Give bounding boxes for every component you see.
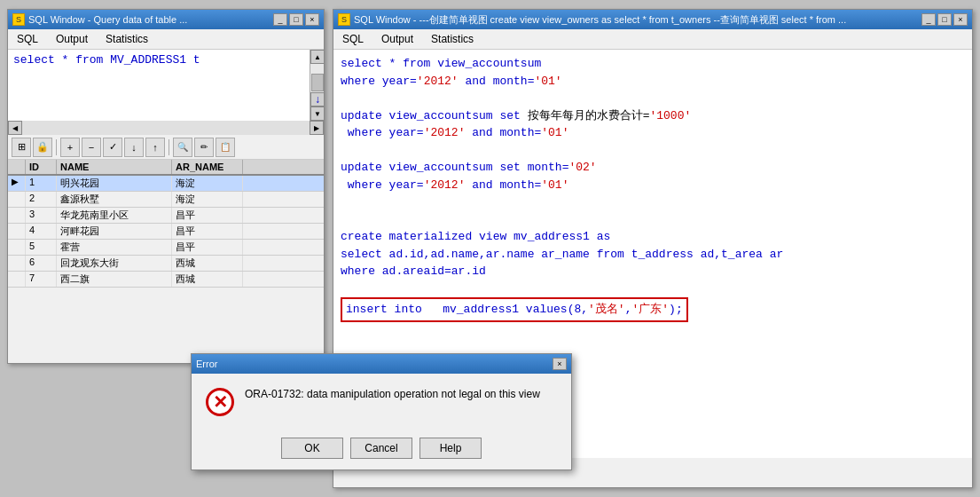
sql-line-3: update view_accountsum set 按每年每月的水费合计='1…	[341, 107, 965, 125]
ok-button[interactable]: OK	[281, 438, 343, 459]
cell-arname: 西城	[172, 272, 243, 287]
row-indicator	[8, 240, 26, 255]
table-row[interactable]: 5 霍营 昌平	[8, 240, 324, 256]
menu-statistics-1[interactable]: Statistics	[100, 31, 153, 47]
row-indicator	[8, 192, 26, 207]
cell-arname: 昌平	[172, 224, 243, 239]
help-button[interactable]: Help	[419, 438, 482, 459]
scroll-down-arrow-1[interactable]: ▼	[310, 106, 324, 121]
grid-col-name[interactable]: NAME	[57, 160, 172, 174]
delete-btn[interactable]: −	[82, 138, 101, 157]
search-btn[interactable]: 🔍	[173, 138, 192, 157]
dialog-close-btn[interactable]: ×	[553, 358, 567, 370]
menu-sql-1[interactable]: SQL	[12, 31, 43, 47]
window-1: S SQL Window - Query data of table ... _…	[7, 9, 325, 364]
table-row[interactable]: 7 西二旗 西城	[8, 272, 324, 288]
row-indicator	[8, 208, 26, 223]
sql-line-6: where year='2012' and month='01'	[341, 177, 965, 194]
cell-arname: 西城	[172, 256, 243, 271]
cell-arname: 海淀	[172, 176, 243, 191]
cell-id: 6	[26, 256, 57, 271]
dialog-message: ORA-01732: data manipulation operation n…	[245, 388, 540, 400]
title-bar-1[interactable]: S SQL Window - Query data of table ... _…	[8, 10, 324, 29]
window-title-1: SQL Window - Query data of table ...	[28, 14, 273, 25]
dialog-overlay: Error × ✕ ORA-01732: data manipulation o…	[191, 353, 572, 470]
cell-name: 霍营	[57, 240, 172, 255]
dialog-buttons: OK Cancel Help	[192, 430, 571, 469]
table-row[interactable]: 6 回龙观东大街 西城	[8, 256, 324, 272]
table-row[interactable]: 3 华龙苑南里小区 昌平	[8, 208, 324, 224]
sql-editor-area-1: select * from MV_ADDRESS1 t ▲ ↓ ▼	[8, 50, 324, 121]
dialog-title-bar[interactable]: Error ×	[192, 354, 571, 374]
error-icon: ✕	[206, 388, 234, 416]
menu-output-1[interactable]: Output	[51, 31, 93, 47]
close-btn-2[interactable]: ×	[953, 13, 968, 26]
toolbar-1: ⊞ 🔒 + − ✓ ↓ ↑ 🔍 ✏ 📋	[8, 135, 324, 160]
window-title-2: SQL Window - ---创建简单视图 create view view_…	[354, 13, 921, 27]
maximize-btn-1[interactable]: □	[289, 13, 303, 26]
cell-arname: 昌平	[172, 240, 243, 255]
grid-col-id[interactable]: ID	[26, 160, 57, 174]
minimize-btn-2[interactable]: _	[921, 13, 936, 26]
sql-line-8: select ad.id,ad.name,ar.name ar_name fro…	[341, 246, 965, 264]
row-indicator	[8, 272, 26, 287]
window-controls-1[interactable]: _ □ ×	[273, 13, 319, 26]
sql-line-10: insert into mv_address1 values(8,'茂名','广…	[341, 297, 965, 322]
maximize-btn-2[interactable]: □	[937, 13, 952, 26]
error-symbol: ✕	[213, 391, 228, 413]
window-controls-2[interactable]: _ □ ×	[921, 13, 968, 26]
grid-btn[interactable]: ⊞	[12, 138, 31, 157]
cell-id: 5	[26, 240, 57, 255]
copy-btn[interactable]: 📋	[216, 138, 235, 157]
error-dialog: Error × ✕ ORA-01732: data manipulation o…	[191, 353, 572, 470]
menu-sql-2[interactable]: SQL	[337, 31, 369, 47]
up-btn[interactable]: ↑	[145, 138, 165, 157]
close-btn-1[interactable]: ×	[305, 13, 319, 26]
scrollbar-v-1[interactable]: ▲ ↓ ▼	[310, 50, 324, 121]
row-indicator: ▶	[8, 176, 26, 191]
cell-name: 华龙苑南里小区	[57, 208, 172, 223]
sep-2	[169, 139, 169, 155]
sql-line-7: create materialized view mv_address1 as	[341, 228, 965, 246]
cell-id: 1	[26, 176, 57, 191]
menu-statistics-2[interactable]: Statistics	[426, 31, 479, 47]
cancel-button[interactable]: Cancel	[350, 438, 412, 459]
sql-line-9: where ad.areaid=ar.id	[341, 263, 965, 280]
data-grid-1: ID NAME AR_NAME ▶ 1 明兴花园 海淀 2 鑫源秋墅 海淀 3	[8, 160, 324, 288]
confirm-btn[interactable]: ✓	[103, 138, 122, 157]
scroll-up-1[interactable]: ▲	[310, 50, 324, 64]
sql-line-1: select * from view_accountsum	[341, 55, 965, 73]
sql-editor-1[interactable]: select * from MV_ADDRESS1 t	[8, 50, 310, 121]
scrollbar-h-1[interactable]: ◀ ▶	[8, 121, 324, 135]
minimize-btn-1[interactable]: _	[273, 13, 287, 26]
grid-col-arname[interactable]: AR_NAME	[172, 160, 243, 174]
menu-bar-2: SQL Output Statistics	[333, 29, 972, 50]
table-row[interactable]: 2 鑫源秋墅 海淀	[8, 192, 324, 208]
sql-line-4: where year='2012' and month='01'	[341, 124, 965, 142]
sql-line-5: update view_accountsum set month='02'	[341, 159, 965, 177]
cell-id: 4	[26, 224, 57, 239]
table-row[interactable]: ▶ 1 明兴花园 海淀	[8, 176, 324, 192]
cell-arname: 海淀	[172, 192, 243, 207]
cell-name: 鑫源秋墅	[57, 192, 172, 207]
cell-id: 2	[26, 192, 57, 207]
scroll-down-1[interactable]: ↓	[310, 92, 324, 106]
menu-output-2[interactable]: Output	[376, 31, 419, 47]
scroll-right-1[interactable]: ▶	[310, 121, 324, 135]
title-bar-2[interactable]: S SQL Window - ---创建简单视图 create view vie…	[333, 10, 972, 29]
desktop: S SQL Window - Query data of table ... _…	[0, 0, 980, 497]
menu-bar-1: SQL Output Statistics	[8, 29, 324, 50]
row-indicator	[8, 256, 26, 271]
window-icon-2: S	[338, 13, 350, 26]
add-btn[interactable]: +	[60, 138, 80, 157]
dialog-title-text: Error	[196, 359, 217, 369]
table-row[interactable]: 4 河畔花园 昌平	[8, 224, 324, 240]
cell-name: 西二旗	[57, 272, 172, 287]
grid-header-1: ID NAME AR_NAME	[8, 160, 324, 176]
row-indicator	[8, 224, 26, 239]
sql-line-2: where year='2012' and month='01'	[341, 73, 965, 91]
down-btn[interactable]: ↓	[124, 138, 144, 157]
lock-btn[interactable]: 🔒	[33, 138, 52, 157]
edit-btn[interactable]: ✏	[194, 138, 214, 157]
scroll-left-1[interactable]: ◀	[8, 121, 22, 135]
